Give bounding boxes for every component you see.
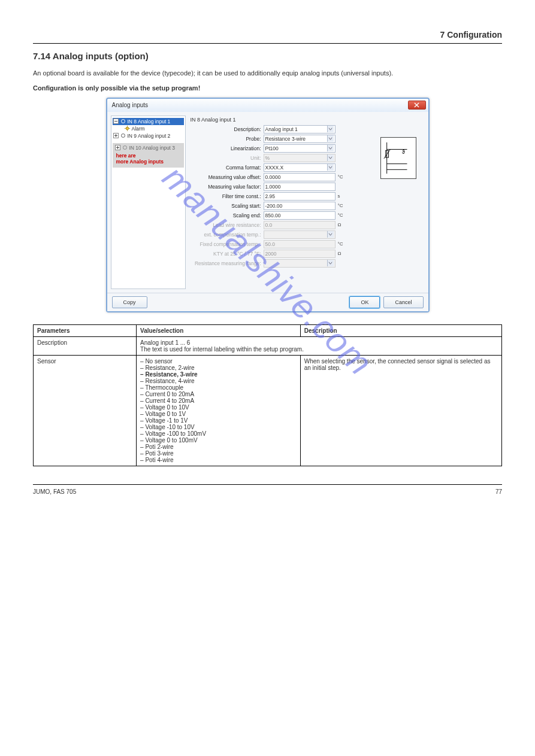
list-item: Resistance, 2-wire <box>140 365 297 371</box>
text-input: 50.0 <box>264 240 335 248</box>
text-input[interactable]: -200.00 <box>264 202 335 210</box>
field-value: Resistance 3-wire <box>265 136 306 142</box>
param-desc: When selecting the sensor, the connected… <box>300 355 501 466</box>
list-item: Voltage -1 to 1V <box>140 417 297 424</box>
field-label: Unit: <box>189 155 261 161</box>
tree-item-in10[interactable]: IN 10 Analog input 3 <box>114 144 182 151</box>
list-item: Current 0 to 20mA <box>140 391 297 397</box>
text-input[interactable]: 850.00 <box>264 211 335 220</box>
dropdown[interactable]: Pt100 <box>264 144 335 153</box>
text-input[interactable]: 1.0000 <box>264 183 335 191</box>
schematic-diagram: ϑ <box>380 137 416 179</box>
field-value: Pt100 <box>265 145 279 151</box>
list-item: Voltage -10 to 10V <box>140 424 297 430</box>
dropdown: % <box>264 154 335 162</box>
field-label: Resistance measuring range: <box>189 260 261 266</box>
field-value: % <box>265 155 270 161</box>
svg-point-5 <box>126 127 128 129</box>
text-input[interactable]: 0.0000 <box>264 173 335 181</box>
chevron-down-icon <box>327 260 334 266</box>
dropdown <box>264 259 335 268</box>
list-item: Current 4 to 20mA <box>140 397 297 404</box>
form-row: Filter time const.:2.95s <box>189 192 425 201</box>
dropdown[interactable]: Resistance 3-wire <box>264 135 335 143</box>
parameter-table: Parameters Value/selection Description D… <box>33 324 502 466</box>
list-item: Poti 2-wire <box>140 444 297 450</box>
list-item: No sensor <box>140 358 297 365</box>
footer-page-number: 77 <box>495 488 502 495</box>
chevron-down-icon <box>327 154 334 161</box>
text-input[interactable]: 2.95 <box>264 192 335 201</box>
chevron-down-icon <box>327 145 334 151</box>
field-label: Lead wire resistance: <box>189 222 261 228</box>
form-row: Lead wire resistance:0.0Ω <box>189 221 425 229</box>
form-row: Measuring value factor:1.0000 <box>189 183 425 191</box>
dialog-titlebar: Analog inputs <box>107 99 428 112</box>
plus-icon <box>113 133 119 138</box>
alarm-icon <box>125 126 130 131</box>
page-header: 7 Configuration <box>33 30 502 44</box>
analog-inputs-dialog: Analog inputs IN 8 Analog input 1 Alarm <box>106 98 430 312</box>
minus-icon <box>113 119 119 124</box>
field-unit: °C <box>338 212 346 218</box>
tree-item-label: IN 9 Analog input 2 <box>128 133 171 139</box>
tree-item-label: Alarm <box>132 126 145 132</box>
table-row: Description Analog input 1 ... 6 The tex… <box>34 336 502 355</box>
field-label: Description: <box>189 126 261 132</box>
chevron-down-icon <box>327 164 334 171</box>
form-row: Resistance measuring range: <box>189 259 425 268</box>
intro-paragraph: An optional board is available for the d… <box>33 68 502 78</box>
list-item: Voltage 0 to 10V <box>140 404 297 411</box>
tree-panel: IN 8 Analog input 1 Alarm IN 9 Analog in… <box>111 116 186 289</box>
copy-button[interactable]: Copy <box>112 296 147 308</box>
form-panel-title: IN 8 Analog input 1 <box>191 117 425 123</box>
form-row: Description:Analog input 1 <box>189 125 425 133</box>
field-label: Fixed compensation temp.: <box>189 241 261 247</box>
dropdown[interactable]: Analog input 1 <box>264 125 335 133</box>
param-name: Description <box>34 336 137 355</box>
list-item: Thermocouple <box>140 384 297 391</box>
field-label: Measuring value factor: <box>189 184 261 190</box>
svg-point-13 <box>121 134 125 138</box>
field-value: 0.0000 <box>265 174 281 180</box>
dropdown[interactable]: XXXX.X <box>264 163 335 172</box>
field-label: ext. compensation temp.: <box>189 232 261 238</box>
ok-button[interactable]: OK <box>349 296 380 308</box>
dropdown <box>264 230 335 239</box>
list-item: Resistance, 4-wire <box>140 378 297 384</box>
tree-item-label: IN 10 Analog input 3 <box>129 145 176 151</box>
dialog-footer: Copy OK Cancel <box>107 293 428 311</box>
heading: 7.14 Analog inputs (option) <box>33 51 502 61</box>
cancel-button[interactable]: Cancel <box>383 296 423 308</box>
field-value: 2000 <box>265 251 277 257</box>
param-value-desc: Analog input 1 ... 6 The text is used fo… <box>137 336 502 355</box>
tree-item-alarm[interactable]: Alarm <box>113 125 184 132</box>
field-label: Scaling end: <box>189 212 261 218</box>
tree-item-in8[interactable]: IN 8 Analog input 1 <box>113 118 184 125</box>
section-label: 7 Configuration <box>440 30 502 40</box>
th-value: Value/selection <box>137 324 301 336</box>
th-parameters: Parameters <box>34 324 137 336</box>
field-value: XXXX.X <box>265 165 284 171</box>
field-label: Filter time const.: <box>189 193 261 199</box>
close-icon <box>414 102 419 108</box>
list-item: Poti 3-wire <box>140 450 297 457</box>
list-item: Voltage -100 to 100mV <box>140 430 297 437</box>
chevron-down-icon <box>327 126 334 132</box>
chevron-down-icon <box>327 231 334 238</box>
svg-text:ϑ: ϑ <box>401 150 404 155</box>
close-button[interactable] <box>408 101 426 110</box>
form-row: Scaling start:-200.00°C <box>189 202 425 210</box>
tree-annotation-box: IN 10 Analog input 3 here aremore Analog… <box>113 143 184 168</box>
field-unit: s <box>338 193 346 199</box>
plus-icon <box>115 145 120 150</box>
tree-item-in9[interactable]: IN 9 Analog input 2 <box>113 132 184 139</box>
field-label: Measuring value offset: <box>189 174 261 180</box>
field-value: 50.0 <box>265 241 276 247</box>
field-label: Linearization: <box>189 145 261 151</box>
chevron-down-icon <box>327 135 334 142</box>
svg-point-4 <box>121 120 125 123</box>
field-value: 850.00 <box>265 212 281 218</box>
field-label: Comma format: <box>189 165 261 171</box>
config-note: Configuration is only possible via the s… <box>33 84 502 92</box>
